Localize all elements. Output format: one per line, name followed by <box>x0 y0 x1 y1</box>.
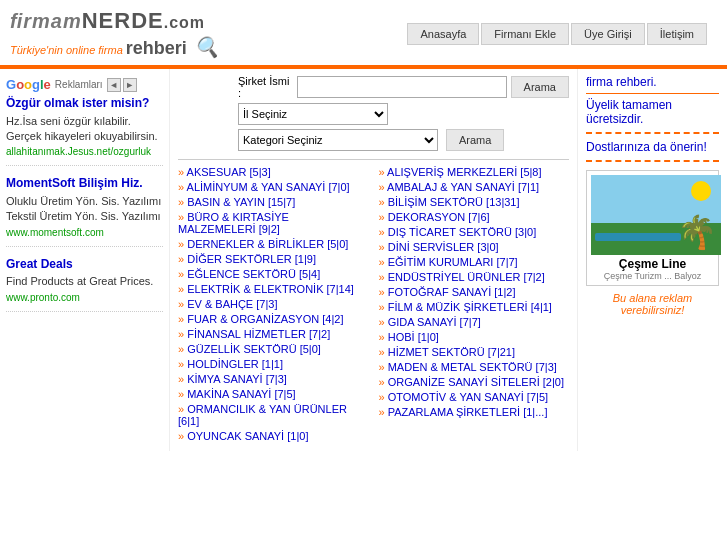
list-item: AKSESUAR [5|3] <box>178 166 369 178</box>
ad-3: Great Deals Find Products at Great Price… <box>6 257 163 312</box>
ad-prev-arrow[interactable]: ◄ <box>107 78 121 92</box>
cesme-ad-image: 🌴 <box>591 175 721 255</box>
category-link[interactable]: KİMYA SANAYİ [7|3] <box>178 373 369 385</box>
category-link[interactable]: GIDA SANAYİ [7|7] <box>379 316 570 328</box>
category-link[interactable]: BİLİŞİM SEKTÖRÜ [13|31] <box>379 196 570 208</box>
category-link[interactable]: EV & BAHÇE [7|3] <box>178 298 369 310</box>
list-item: EĞLENCE SEKTÖRÜ [5|4] <box>178 268 369 280</box>
category-link[interactable]: GÜZELLİK SEKTÖRÜ [5|0] <box>178 343 369 355</box>
nav-iletisim[interactable]: İletişim <box>647 23 707 45</box>
ad-2: MomentSoft Bilişim Hiz. Oluklu Üretim Yö… <box>6 176 163 246</box>
search-button-1[interactable]: Arama <box>511 76 569 98</box>
category-link[interactable]: FOTOĞRAF SANAYİ [1|2] <box>379 286 570 298</box>
ad-3-text: Find Products at Great Prices. <box>6 274 163 289</box>
category-left-column: AKSESUAR [5|3]ALİMİNYUM & YAN SANAYİ [7|… <box>178 166 369 445</box>
category-link[interactable]: EĞİTİM KURUMLARI [7|7] <box>379 256 570 268</box>
category-link[interactable]: OTOMOTİV & YAN SANAYİ [7|5] <box>379 391 570 403</box>
list-item: HİZMET SEKTÖRÜ [7|21] <box>379 346 570 358</box>
category-link[interactable]: DERNEKLER & BİRLİKLER [5|0] <box>178 238 369 250</box>
logo-area: firmamNERDE.com Türkiye'nin online firma… <box>10 8 219 59</box>
list-item: AMBALAJ & YAN SANAYİ [7|1] <box>379 181 570 193</box>
category-link[interactable]: ORMANCILIK & YAN ÜRÜNLER [6|1] <box>178 403 369 427</box>
list-item: EV & BAHÇE [7|3] <box>178 298 369 310</box>
category-right-column: ALIŞVERİŞ MERKEZLERİ [5|8]AMBALAJ & YAN … <box>379 166 570 445</box>
nav-uye-girisi[interactable]: Üye Girişi <box>571 23 645 45</box>
list-item: FİLM & MÜZİK ŞİRKETLERİ [4|1] <box>379 301 570 313</box>
search-button-2[interactable]: Arama <box>446 129 504 151</box>
search-section: Şirket İsmi : Arama İl Seçiniz Kategori … <box>178 75 569 151</box>
right-divider-1 <box>586 93 719 94</box>
list-item: ENDÜSTRİYEL ÜRÜNLER [7|2] <box>379 271 570 283</box>
category-link[interactable]: MADEN & METAL SEKTÖRÜ [7|3] <box>379 361 570 373</box>
list-item: DİĞER SEKTÖRLER [1|9] <box>178 253 369 265</box>
category-link[interactable]: DIŞ TİCARET SEKTÖRÜ [3|0] <box>379 226 570 238</box>
ad-3-title[interactable]: Great Deals <box>6 257 163 273</box>
category-link[interactable]: BASIN & YAYIN [15|7] <box>178 196 369 208</box>
category-link[interactable]: ENDÜSTRİYEL ÜRÜNLER [7|2] <box>379 271 570 283</box>
sirket-ismi-label: Şirket İsmi : <box>238 75 293 99</box>
category-link[interactable]: FUAR & ORGANİZASYON [4|2] <box>178 313 369 325</box>
ad-1-url[interactable]: allahitanımak.Jesus.net/ozgurluk <box>6 146 163 157</box>
cesme-ad[interactable]: 🌴 Çeşme Line Çeşme Turizm ... Balyoz <box>586 170 719 286</box>
dostlar-link[interactable]: Dostlarınıza da önerin! <box>586 140 719 154</box>
category-link[interactable]: MAKİNA SANAYİ [7|5] <box>178 388 369 400</box>
list-item: FOTOĞRAF SANAYİ [1|2] <box>379 286 570 298</box>
uyelik-link[interactable]: Üyelik tamamen ücretsizdir. <box>586 98 719 126</box>
category-link[interactable]: ALİMİNYUM & YAN SANAYİ [7|0] <box>178 181 369 193</box>
firma-rehberi-link[interactable]: firma rehberi. <box>586 75 719 89</box>
nav-anasayfa[interactable]: Anasayfa <box>407 23 479 45</box>
list-item: MAKİNA SANAYİ [7|5] <box>178 388 369 400</box>
list-item: FİNANSAL HİZMETLER [7|2] <box>178 328 369 340</box>
list-item: OTOMOTİV & YAN SANAYİ [7|5] <box>379 391 570 403</box>
il-select[interactable]: İl Seçiniz <box>238 103 388 125</box>
ad-2-text: Oluklu Üretim Yön. Sis. Yazılımı Tekstil… <box>6 194 163 225</box>
ad-2-url[interactable]: www.momentsoft.com <box>6 227 163 238</box>
list-item: OYUNCAK SANAYİ [1|0] <box>178 430 369 442</box>
ad-1-text: Hz.İsa seni özgür kılabilir. Gerçek hika… <box>6 114 163 145</box>
list-item: DIŞ TİCARET SEKTÖRÜ [3|0] <box>379 226 570 238</box>
ad-1-title[interactable]: Özgür olmak ister misin? <box>6 96 163 112</box>
right-sidebar: firma rehberi. Üyelik tamamen ücretsizdi… <box>577 69 727 451</box>
nav-firma-ekle[interactable]: Firmanı Ekle <box>481 23 569 45</box>
search-row2: İl Seçiniz <box>178 103 569 125</box>
category-link[interactable]: ORGANİZE SANAYİ SİTELERİ [2|0] <box>379 376 570 388</box>
category-link[interactable]: AMBALAJ & YAN SANAYİ [7|1] <box>379 181 570 193</box>
right-divider-2 <box>586 132 719 134</box>
list-item: ALIŞVERİŞ MERKEZLERİ [5|8] <box>379 166 570 178</box>
ad-next-arrow[interactable]: ► <box>123 78 137 92</box>
list-item: PAZARLAMA ŞİRKETLERİ [1|...] <box>379 406 570 418</box>
search-input[interactable] <box>297 76 507 98</box>
kategori-row: Kategori Seçiniz Arama <box>178 129 569 151</box>
logo-firmam: f <box>10 10 17 32</box>
kategori-select[interactable]: Kategori Seçiniz <box>238 129 438 151</box>
list-item: HOLDİNGLER [1|1] <box>178 358 369 370</box>
category-link[interactable]: EĞLENCE SEKTÖRÜ [5|4] <box>178 268 369 280</box>
right-dashed-divider <box>586 160 719 162</box>
list-item: ORMANCILIK & YAN ÜRÜNLER [6|1] <box>178 403 369 427</box>
category-link[interactable]: FİNANSAL HİZMETLER [7|2] <box>178 328 369 340</box>
category-link[interactable]: PAZARLAMA ŞİRKETLERİ [1|...] <box>379 406 570 418</box>
logo-firmam2: irmam <box>17 10 82 32</box>
main-layout: Google Reklamları ◄ ► Özgür olmak ister … <box>0 69 727 451</box>
category-link[interactable]: ALIŞVERİŞ MERKEZLERİ [5|8] <box>379 166 570 178</box>
list-item: DEKORASYON [7|6] <box>379 211 570 223</box>
cesme-ad-title: Çeşme Line <box>591 257 714 271</box>
water-icon <box>595 233 681 241</box>
category-link[interactable]: DİĞER SEKTÖRLER [1|9] <box>178 253 369 265</box>
category-link[interactable]: HOBİ [1|0] <box>379 331 570 343</box>
category-link[interactable]: DİNİ SERVİSLER [3|0] <box>379 241 570 253</box>
category-link[interactable]: OYUNCAK SANAYİ [1|0] <box>178 430 369 442</box>
category-link[interactable]: ELEKTRİK & ELEKTRONİK [7|14] <box>178 283 369 295</box>
categories-grid: AKSESUAR [5|3]ALİMİNYUM & YAN SANAYİ [7|… <box>178 166 569 445</box>
category-link[interactable]: HİZMET SEKTÖRÜ [7|21] <box>379 346 570 358</box>
list-item: GIDA SANAYİ [7|7] <box>379 316 570 328</box>
ad-2-title[interactable]: MomentSoft Bilişim Hiz. <box>6 176 163 192</box>
category-link[interactable]: AKSESUAR [5|3] <box>178 166 369 178</box>
category-link[interactable]: BÜRO & KIRTASİYE MALZEMELERİ [9|2] <box>178 211 369 235</box>
category-link[interactable]: FİLM & MÜZİK ŞİRKETLERİ [4|1] <box>379 301 570 313</box>
ad-3-url[interactable]: www.pronto.com <box>6 292 163 303</box>
category-link[interactable]: DEKORASYON [7|6] <box>379 211 570 223</box>
palm-tree-icon: 🌴 <box>677 213 717 251</box>
category-link[interactable]: HOLDİNGLER [1|1] <box>178 358 369 370</box>
left-sidebar: Google Reklamları ◄ ► Özgür olmak ister … <box>0 69 170 451</box>
